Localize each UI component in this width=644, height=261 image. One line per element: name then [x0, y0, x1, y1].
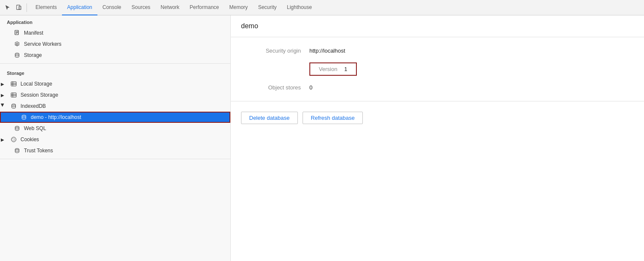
main-layout: Application Manifest Service Workers Sto… — [0, 15, 644, 261]
cookie-icon — [10, 136, 17, 143]
svg-rect-0 — [17, 5, 20, 9]
db-info-section: Security origin http://localhost x Versi… — [231, 37, 644, 101]
sidebar-item-web-sql[interactable]: Web SQL — [0, 123, 230, 134]
demo-localhost-label: demo - http://localhost — [31, 114, 81, 120]
content-header: demo — [231, 15, 644, 37]
security-origin-label: Security origin — [241, 47, 301, 54]
svg-point-12 — [12, 104, 16, 105]
delete-database-button[interactable]: Delete database — [241, 112, 298, 124]
table-icon-session-storage — [10, 92, 17, 98]
tab-security[interactable]: Security — [253, 0, 282, 15]
version-box: Version 1 — [309, 62, 357, 76]
version-label: Version — [319, 66, 337, 72]
svg-point-20 — [15, 148, 19, 150]
expand-arrow-cookies[interactable]: ▶ — [0, 137, 5, 142]
sidebar-section-storage: Storage — [0, 66, 230, 78]
trust-tokens-label: Trust Tokens — [24, 148, 53, 154]
sidebar-section-application: Application — [0, 15, 230, 27]
sidebar-item-service-workers[interactable]: Service Workers — [0, 39, 230, 50]
tab-network[interactable]: Network — [156, 0, 185, 15]
tab-console[interactable]: Console — [97, 0, 126, 15]
session-storage-label: Session Storage — [21, 92, 58, 98]
table-icon-local-storage — [10, 80, 17, 87]
cylinder-icon-indexed-db — [10, 103, 17, 110]
tab-lighthouse[interactable]: Lighthouse — [282, 0, 317, 15]
tab-sources[interactable]: Sources — [126, 0, 156, 15]
svg-rect-4 — [11, 82, 16, 86]
expand-arrow-session-storage[interactable]: ▶ — [0, 92, 5, 98]
buttons-section: Delete database Refresh database — [231, 101, 644, 134]
tab-bar: Elements Application Console Sources Net… — [0, 0, 644, 15]
storage-label: Storage — [24, 52, 42, 58]
object-stores-row: Object stores 0 — [241, 84, 634, 91]
security-origin-value: http://localhost — [309, 47, 345, 54]
db-name-title: demo — [241, 22, 634, 30]
svg-point-15 — [12, 137, 16, 142]
object-stores-value: 0 — [309, 84, 312, 91]
version-row: x Version 1 — [241, 62, 634, 76]
cylinder-icon-web-sql — [14, 125, 21, 132]
sidebar-item-session-storage[interactable]: ▶ Session Storage — [0, 89, 230, 101]
sidebar-item-demo-localhost[interactable]: demo - http://localhost — [0, 112, 230, 123]
tab-elements[interactable]: Elements — [30, 0, 62, 15]
storage-cylinder-icon — [14, 52, 21, 59]
expand-arrow-indexed-db[interactable]: ▶ — [0, 104, 5, 109]
svg-point-3 — [15, 53, 19, 54]
service-workers-label: Service Workers — [24, 41, 62, 47]
tab-application[interactable]: Application — [62, 0, 97, 15]
svg-point-16 — [12, 138, 13, 139]
manifest-label: Manifest — [24, 30, 43, 36]
toolbar-icons — [3, 3, 27, 12]
expand-arrow-local-storage[interactable]: ▶ — [0, 81, 5, 86]
sidebar-item-indexed-db[interactable]: ▶ IndexedDB — [0, 101, 230, 112]
web-sql-label: Web SQL — [24, 125, 46, 131]
svg-point-13 — [22, 115, 26, 116]
gear-icon — [14, 41, 21, 47]
content-pane: demo Security origin http://localhost x … — [231, 15, 644, 261]
sidebar-item-storage[interactable]: Storage — [0, 50, 230, 61]
cylinder-icon-demo — [21, 114, 27, 121]
sidebar: Application Manifest Service Workers Sto… — [0, 15, 231, 261]
cursor-icon[interactable] — [3, 3, 12, 12]
device-icon[interactable] — [15, 3, 23, 12]
sidebar-item-local-storage[interactable]: ▶ Local Storage — [0, 78, 230, 89]
svg-rect-8 — [11, 93, 16, 97]
tab-performance[interactable]: Performance — [185, 0, 224, 15]
indexed-db-label: IndexedDB — [21, 103, 46, 109]
sidebar-item-trust-tokens[interactable]: Trust Tokens — [0, 145, 230, 156]
local-storage-label: Local Storage — [21, 81, 52, 87]
refresh-database-button[interactable]: Refresh database — [303, 112, 363, 124]
svg-point-19 — [14, 140, 15, 141]
object-stores-label: Object stores — [241, 84, 301, 91]
divider-2 — [0, 159, 230, 159]
sidebar-item-cookies[interactable]: ▶ Cookies — [0, 134, 230, 145]
sidebar-item-manifest[interactable]: Manifest — [0, 27, 230, 39]
version-value: 1 — [344, 66, 347, 72]
divider-1 — [0, 63, 230, 64]
svg-point-17 — [14, 139, 15, 139]
document-icon — [14, 30, 21, 36]
security-origin-row: Security origin http://localhost — [241, 47, 634, 54]
cookies-label: Cookies — [21, 136, 39, 142]
svg-point-18 — [13, 140, 14, 141]
svg-point-14 — [15, 126, 19, 128]
cylinder-icon-trust-tokens — [14, 147, 21, 154]
tab-memory[interactable]: Memory — [224, 0, 253, 15]
